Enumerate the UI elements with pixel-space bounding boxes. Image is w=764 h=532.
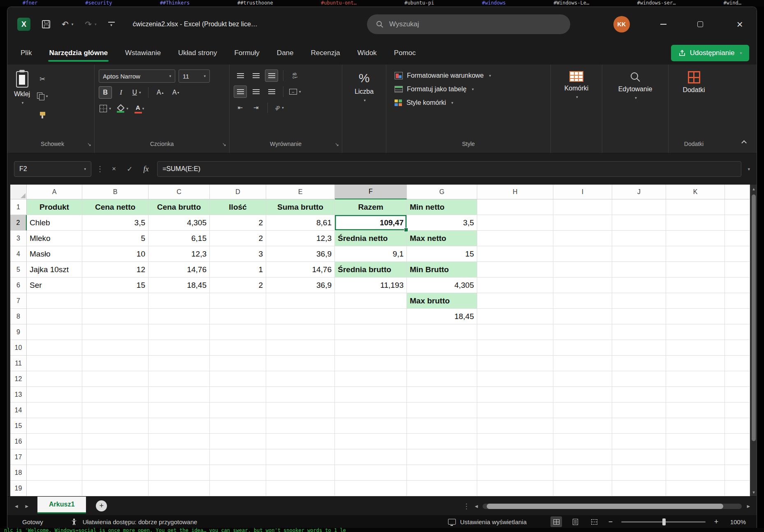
cell-A5[interactable]: Jajka 10szt — [27, 262, 82, 278]
cell-B4[interactable]: 10 — [82, 246, 149, 262]
cell-J12[interactable] — [612, 371, 666, 387]
cell-J8[interactable] — [612, 309, 666, 324]
cell-J3[interactable] — [612, 231, 666, 246]
font-name-select[interactable]: Aptos Narrow▾ — [99, 69, 175, 83]
cell-D1[interactable]: Ilość — [210, 199, 266, 215]
cell-F10[interactable] — [335, 340, 407, 356]
align-left-button[interactable] — [234, 86, 247, 98]
cell-B18[interactable] — [82, 465, 149, 481]
cell-E18[interactable] — [266, 465, 335, 481]
redo-button[interactable]: ↷▾ — [85, 19, 96, 29]
cell-G2[interactable]: 3,5 — [407, 215, 477, 231]
scroll-up-icon[interactable]: ▴ — [750, 185, 757, 192]
cell-A8[interactable] — [27, 309, 82, 324]
cell-E19[interactable] — [266, 481, 335, 496]
cell-E16[interactable] — [266, 434, 335, 449]
wrap-text-button[interactable]: abc↩ — [288, 69, 302, 82]
cell-D11[interactable] — [210, 356, 266, 371]
cell-G15[interactable] — [407, 418, 477, 434]
cell-E17[interactable] — [266, 449, 335, 465]
cell-F8[interactable] — [335, 309, 407, 324]
cell-D12[interactable] — [210, 371, 266, 387]
cell-x5[interactable] — [725, 262, 750, 278]
column-header-I[interactable]: I — [553, 185, 612, 199]
fill-color-button[interactable]: ▾ — [116, 102, 129, 115]
cell-A2[interactable]: Chleb — [27, 215, 82, 231]
select-all-button[interactable] — [10, 185, 27, 199]
align-bottom-button[interactable] — [265, 69, 278, 82]
cell-A18[interactable] — [27, 465, 82, 481]
cell-B9[interactable] — [82, 324, 149, 340]
row-header-12[interactable]: 12 — [10, 371, 27, 387]
cut-button[interactable]: ✂ — [36, 73, 49, 85]
cell-x18[interactable] — [725, 465, 750, 481]
row-header-17[interactable]: 17 — [10, 449, 27, 465]
cell-E2[interactable]: 8,61 — [266, 215, 335, 231]
cell-E8[interactable] — [266, 309, 335, 324]
cell-I18[interactable] — [553, 465, 612, 481]
tab-narzędzia-główne[interactable]: Narzędzia główne — [49, 49, 108, 57]
cell-x8[interactable] — [725, 309, 750, 324]
cell-H6[interactable] — [477, 278, 553, 293]
column-header-A[interactable]: A — [27, 185, 82, 199]
save-icon[interactable] — [42, 20, 50, 28]
cell-E14[interactable] — [266, 402, 335, 418]
cell-C10[interactable] — [149, 340, 210, 356]
cell-A12[interactable] — [27, 371, 82, 387]
italic-button[interactable]: I — [114, 86, 128, 99]
cell-A14[interactable] — [27, 402, 82, 418]
tab-układ-strony[interactable]: Układ strony — [178, 49, 217, 57]
tab-pomoc[interactable]: Pomoc — [394, 49, 416, 57]
cell-x9[interactable] — [725, 324, 750, 340]
cell-D2[interactable]: 2 — [210, 215, 266, 231]
column-header-K[interactable]: K — [666, 185, 725, 199]
cell-x1[interactable] — [725, 199, 750, 215]
cell-K15[interactable] — [666, 418, 725, 434]
cell-K9[interactable] — [666, 324, 725, 340]
cell-H3[interactable] — [477, 231, 553, 246]
row-header-13[interactable]: 13 — [10, 387, 27, 402]
cell-I16[interactable] — [553, 434, 612, 449]
cell-J6[interactable] — [612, 278, 666, 293]
cell-E1[interactable]: Suma brutto — [266, 199, 335, 215]
zoom-slider[interactable] — [621, 521, 706, 523]
cell-K14[interactable] — [666, 402, 725, 418]
cell-H12[interactable] — [477, 371, 553, 387]
cell-F14[interactable] — [335, 402, 407, 418]
row-header-4[interactable]: 4 — [10, 246, 27, 262]
cell-C19[interactable] — [149, 481, 210, 496]
row-header-2[interactable]: 2 — [10, 215, 27, 231]
column-header-F[interactable]: F — [335, 185, 407, 199]
cell-C18[interactable] — [149, 465, 210, 481]
cell-F19[interactable] — [335, 481, 407, 496]
cell-A9[interactable] — [27, 324, 82, 340]
cell-A11[interactable] — [27, 356, 82, 371]
name-box[interactable]: F2 ▾ — [14, 161, 91, 177]
maximize-button[interactable] — [687, 7, 713, 42]
copy-button[interactable]: ▾ — [36, 90, 49, 102]
column-header-B[interactable]: B — [82, 185, 149, 199]
cell-B2[interactable]: 3,5 — [82, 215, 149, 231]
cell-A1[interactable]: Produkt — [27, 199, 82, 215]
cell-x7[interactable] — [725, 293, 750, 309]
cell-C2[interactable]: 4,305 — [149, 215, 210, 231]
cell-H9[interactable] — [477, 324, 553, 340]
cell-C9[interactable] — [149, 324, 210, 340]
cell-G3[interactable]: Max netto — [407, 231, 477, 246]
align-top-button[interactable] — [234, 69, 247, 82]
cell-F18[interactable] — [335, 465, 407, 481]
cell-F13[interactable] — [335, 387, 407, 402]
format-as-table-button[interactable]: Formatuj jako tabelę ▾ — [395, 86, 550, 93]
row-header-1[interactable]: 1 — [10, 199, 27, 215]
hscroll-right-arrow[interactable]: ▸ — [747, 502, 750, 510]
cell-J2[interactable] — [612, 215, 666, 231]
cell-I9[interactable] — [553, 324, 612, 340]
cell-B5[interactable]: 12 — [82, 262, 149, 278]
cell-C5[interactable]: 14,76 — [149, 262, 210, 278]
horizontal-scrollbar[interactable] — [483, 504, 742, 509]
cell-J1[interactable] — [612, 199, 666, 215]
column-header-C[interactable]: C — [149, 185, 210, 199]
row-header-11[interactable]: 11 — [10, 356, 27, 371]
customize-quick-access-icon[interactable]: ▾ — [108, 22, 115, 27]
cell-G1[interactable]: Min netto — [407, 199, 477, 215]
